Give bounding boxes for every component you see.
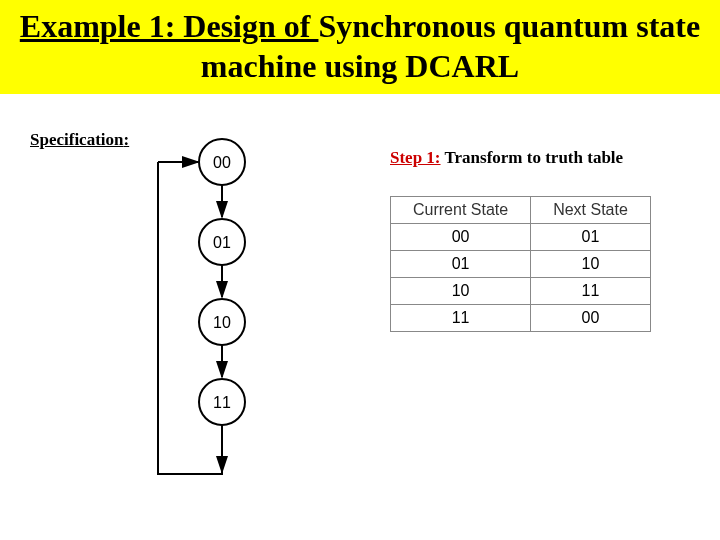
table-row: 11 00 [391, 305, 651, 332]
table-header-current: Current State [391, 197, 531, 224]
table-row: 01 10 [391, 251, 651, 278]
page-title: Example 1: Design of Synchronous quantum… [18, 6, 702, 86]
step-prefix: Step 1: [390, 148, 441, 167]
step-text: Transform to truth table [441, 148, 624, 167]
state-node-11: 11 [213, 394, 231, 411]
step-1-label: Step 1: Transform to truth table [390, 148, 623, 168]
state-node-00: 00 [213, 154, 231, 171]
table-header-next: Next State [531, 197, 651, 224]
table-row: 00 01 [391, 224, 651, 251]
state-node-10: 10 [213, 314, 231, 331]
title-band: Example 1: Design of Synchronous quantum… [0, 0, 720, 94]
table-row: 10 11 [391, 278, 651, 305]
state-node-01: 01 [213, 234, 231, 251]
state-diagram: 00 01 10 11 [100, 134, 320, 534]
table-header-row: Current State Next State [391, 197, 651, 224]
truth-table: Current State Next State 00 01 01 10 10 … [390, 196, 651, 332]
title-underlined-part: Example 1: Design of [20, 8, 319, 44]
